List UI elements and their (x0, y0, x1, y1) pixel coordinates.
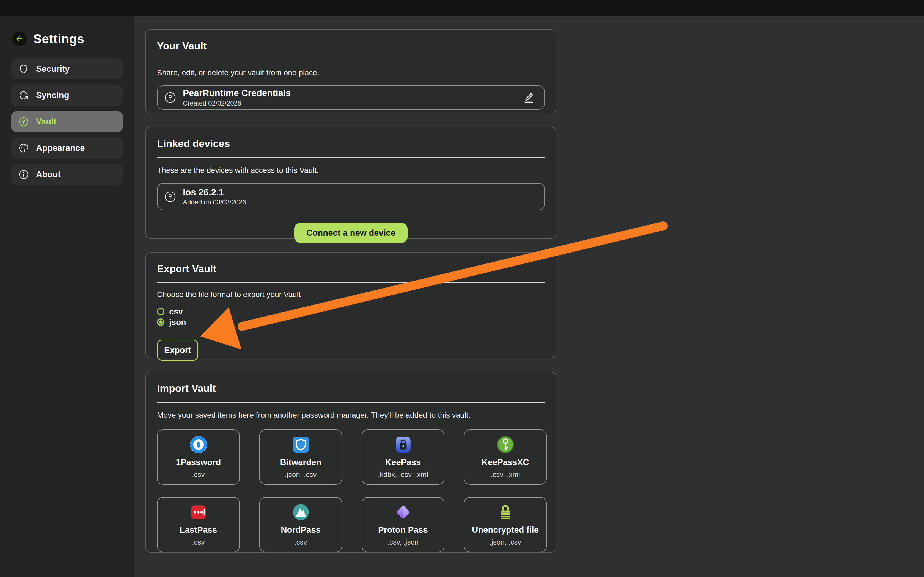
export-vault-card: Export Vault Choose the file format to e… (145, 252, 556, 358)
sidebar-item-vault[interactable]: Vault (11, 111, 123, 132)
card-title: Export Vault (157, 263, 545, 275)
import-tile-bitwarden[interactable]: Bitwarden .json, .csv (259, 429, 342, 485)
card-title: Import Vault (157, 383, 545, 394)
import-option-name: KeePass (385, 458, 421, 467)
device-row[interactable]: ios 26.2.1 Added on 03/03/2026 (157, 183, 545, 210)
vault-name: PearRuntime Credentials (183, 88, 291, 98)
settings-sidebar: Settings Security Syncing Vault (0, 16, 134, 577)
import-options-grid: 1Password .csv Bitwarden .json, .csv (157, 429, 545, 552)
import-tile-lastpass[interactable]: LastPass .csv (157, 497, 240, 552)
import-option-formats: .csv, .json (388, 538, 419, 546)
import-tile-keepassxc[interactable]: KeePassXC .csv, .xml (464, 429, 547, 485)
import-option-formats: .csv, .xml (491, 471, 520, 479)
import-option-name: KeePassXC (481, 458, 529, 467)
divider (157, 157, 545, 158)
import-option-formats: .json, .csv (489, 538, 522, 546)
import-option-formats: .json, .csv (285, 471, 317, 479)
1password-icon (189, 435, 208, 454)
radio-button-json[interactable] (157, 318, 165, 326)
protonpass-icon (394, 503, 412, 521)
card-description: These are the devices with access to thi… (157, 166, 545, 175)
connect-new-device-button[interactable]: Connect a new device (294, 223, 407, 243)
import-vault-card: Import Vault Move your saved items here … (145, 372, 556, 553)
card-description: Share, edit, or delete your vault from o… (157, 68, 545, 77)
sidebar-item-label: About (36, 169, 61, 179)
keepass-icon (394, 435, 412, 454)
card-title: Linked devices (157, 138, 545, 150)
import-option-name: Unencrypted file (472, 525, 539, 535)
radio-option-json[interactable]: json (157, 317, 545, 327)
sidebar-item-appearance[interactable]: Appearance (11, 137, 123, 158)
import-tile-1password[interactable]: 1Password .csv (157, 429, 240, 485)
device-added-date: Added on 03/03/2026 (183, 198, 246, 206)
window-top-bar (0, 0, 924, 16)
settings-nav: Security Syncing Vault Appearance (11, 58, 123, 185)
unencrypted-lock-icon (496, 503, 515, 521)
sidebar-item-syncing[interactable]: Syncing (11, 85, 123, 106)
shield-icon (18, 63, 29, 74)
edit-vault-button[interactable] (522, 90, 536, 105)
import-option-name: Bitwarden (280, 458, 321, 467)
import-option-name: Proton Pass (378, 525, 428, 535)
import-tile-unencrypted-file[interactable]: Unencrypted file .json, .csv (464, 497, 547, 552)
sidebar-item-about[interactable]: About (11, 164, 123, 185)
settings-content: Your Vault Share, edit, or delete your v… (134, 16, 924, 577)
your-vault-card: Your Vault Share, edit, or delete your v… (145, 29, 556, 113)
divider (157, 60, 545, 60)
export-button[interactable]: Export (157, 340, 198, 361)
radio-label: csv (169, 307, 183, 316)
info-icon (18, 169, 29, 180)
bitwarden-icon (292, 435, 310, 454)
device-name: ios 26.2.1 (183, 187, 246, 198)
card-description: Move your saved items here from another … (157, 411, 545, 419)
edit-pencil-icon (522, 90, 535, 105)
vault-created-date: Created 02/02/2026 (183, 100, 291, 107)
card-description: Choose the file format to export your Va… (157, 290, 545, 299)
card-title: Your Vault (157, 40, 545, 52)
linked-devices-card: Linked devices These are the devices wit… (145, 127, 556, 239)
nordpass-icon (292, 503, 310, 521)
sidebar-item-security[interactable]: Security (11, 58, 123, 79)
import-option-formats: .kdbx, .csv, .xml (378, 471, 428, 479)
lastpass-icon (189, 503, 208, 521)
radio-option-csv[interactable]: csv (157, 306, 545, 317)
keyhole-icon (18, 116, 29, 127)
sidebar-item-label: Syncing (36, 90, 69, 100)
keyhole-icon (164, 190, 177, 203)
divider (157, 282, 545, 283)
back-button[interactable] (12, 32, 27, 46)
page-title: Settings (33, 31, 84, 46)
import-tile-nordpass[interactable]: NordPass .csv (259, 497, 342, 552)
sidebar-item-label: Appearance (36, 143, 85, 153)
import-tile-keepass[interactable]: KeePass .kdbx, .csv, .xml (362, 429, 444, 485)
keyhole-icon (164, 91, 177, 104)
vault-row[interactable]: PearRuntime Credentials Created 02/02/20… (157, 85, 545, 110)
import-option-name: LastPass (179, 525, 217, 535)
sidebar-item-label: Vault (36, 117, 57, 127)
import-option-formats: .csv (294, 538, 307, 546)
divider (157, 402, 545, 403)
sidebar-header: Settings (0, 16, 134, 46)
palette-icon (18, 143, 29, 153)
import-tile-protonpass[interactable]: Proton Pass .csv, .json (362, 497, 444, 552)
sidebar-item-label: Security (36, 64, 69, 74)
arrow-left-icon (15, 35, 24, 43)
radio-label: json (169, 318, 186, 327)
import-option-formats: .csv (192, 538, 205, 546)
import-option-formats: .csv (192, 471, 205, 479)
import-option-name: NordPass (281, 525, 321, 535)
sync-icon (18, 90, 29, 101)
keepassxc-icon (496, 435, 515, 454)
export-format-radio-group: csv json (157, 306, 545, 327)
radio-button-csv[interactable] (157, 308, 165, 315)
import-option-name: 1Password (176, 458, 221, 467)
